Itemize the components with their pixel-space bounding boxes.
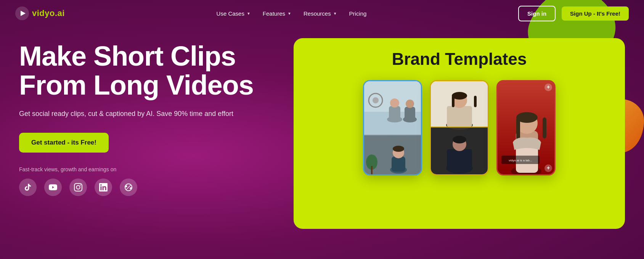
svg-rect-22	[447, 106, 472, 127]
nav-features[interactable]: Features ▼	[263, 10, 291, 17]
svg-rect-27	[474, 96, 477, 107]
nav-use-cases[interactable]: Use Cases ▼	[217, 10, 251, 17]
svg-point-31	[453, 136, 466, 143]
use-cases-chevron: ▼	[247, 11, 251, 16]
svg-rect-41	[516, 117, 520, 140]
nav-pricing[interactable]: Pricing	[349, 10, 367, 17]
template-phone-1	[363, 80, 422, 175]
use-cases-label: Use Cases	[217, 10, 244, 17]
templates-row: +	[309, 80, 610, 175]
hero-title-line2: From Long Videos	[19, 70, 254, 100]
social-icons-row	[19, 179, 278, 196]
social-label: Fast-track views, growth and earnings on	[19, 166, 278, 172]
instagram-icon[interactable]	[69, 179, 87, 196]
hero-title: Make Short Clips From Long Videos	[19, 42, 278, 100]
main-content: Make Short Clips From Long Videos Get so…	[0, 27, 644, 244]
svg-point-8	[390, 98, 399, 108]
hero-title-line1: Make Short Clips	[19, 41, 236, 71]
signup-button[interactable]: Sign Up - It's Free!	[562, 6, 629, 21]
svg-rect-7	[389, 106, 400, 121]
svg-rect-10	[405, 107, 415, 121]
linkedin-icon[interactable]	[95, 179, 112, 196]
resources-label: Resources	[304, 10, 331, 17]
cta-button[interactable]: Get started - its Free!	[19, 133, 109, 153]
logo-text: vidyo.ai	[32, 8, 65, 18]
hero-left: Make Short Clips From Long Videos Get so…	[19, 38, 278, 196]
svg-rect-26	[452, 96, 454, 107]
logo[interactable]: vidyo.ai	[15, 6, 65, 20]
svg-point-11	[406, 100, 414, 108]
svg-point-18	[393, 146, 404, 152]
brand-suffix: .ai	[55, 8, 65, 18]
hero-subtitle: Get social ready clips, cut & captioned …	[19, 109, 278, 119]
tiktok-icon[interactable]	[19, 179, 37, 196]
svg-rect-16	[392, 156, 405, 172]
video-bottom-1	[364, 135, 421, 175]
svg-text:+: +	[547, 165, 550, 171]
navbar: vidyo.ai Use Cases ▼ Features ▼ Resource…	[0, 0, 644, 27]
nav-actions: Sign in Sign Up - It's Free!	[518, 6, 629, 21]
nav-resources[interactable]: Resources ▼	[304, 10, 337, 17]
svg-rect-42	[543, 117, 546, 138]
brand-templates-section: Brand Templates	[294, 38, 625, 229]
svg-text:vidyo.ai is a lab...: vidyo.ai is a lab...	[509, 159, 532, 162]
logo-icon	[15, 6, 29, 20]
features-chevron: ▼	[287, 11, 291, 16]
brand-card: Brand Templates	[294, 38, 625, 229]
brand-name: vidyo	[32, 8, 55, 18]
signin-button[interactable]: Sign in	[518, 6, 556, 21]
template-phone-3: +	[496, 80, 556, 175]
svg-text:+: +	[547, 84, 550, 90]
svg-rect-29	[447, 149, 472, 170]
video-top-1	[364, 81, 421, 135]
svg-point-5	[373, 97, 379, 103]
nav-links: Use Cases ▼ Features ▼ Resources ▼ Prici…	[217, 10, 367, 17]
youtube-icon[interactable]	[44, 179, 62, 196]
template-phone-2	[430, 80, 489, 175]
features-label: Features	[263, 10, 285, 17]
svg-rect-14	[371, 166, 373, 175]
resources-chevron: ▼	[333, 11, 337, 16]
brand-card-title: Brand Templates	[309, 50, 610, 69]
meta-icon[interactable]	[120, 179, 137, 196]
